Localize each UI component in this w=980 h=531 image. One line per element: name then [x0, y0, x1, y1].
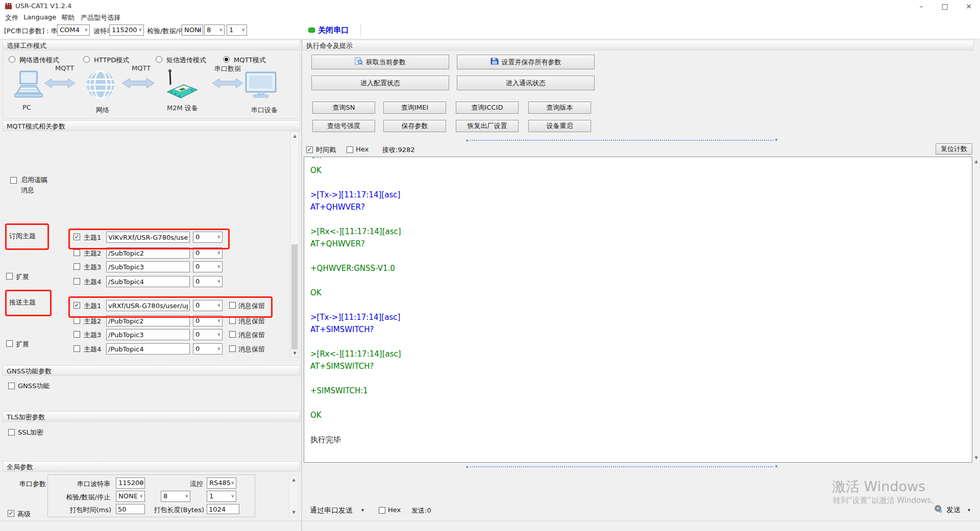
close-icon: × [966, 2, 972, 10]
pub-topic2-retain-checkbox[interactable] [229, 317, 236, 324]
global-databits-select[interactable]: 8 ∨ [161, 491, 190, 502]
pack-time-input[interactable] [116, 504, 145, 514]
sub-topic3-qos-select[interactable]: 0 ∨ [193, 261, 223, 272]
stopbits-select[interactable]: 1 ∨ [227, 24, 247, 36]
pub-topic4-qos-select[interactable]: 0 ∨ [193, 343, 223, 355]
radio-httpd[interactable] [83, 56, 90, 63]
flow-control-select[interactable]: RS485 ∨ [207, 477, 236, 489]
sub-topic3-input[interactable] [106, 261, 190, 272]
query-imei-label: 查询IMEI [401, 103, 428, 112]
scroll-up-icon[interactable]: ▲ [972, 158, 980, 165]
sub-topic1-qos-select[interactable]: 0 ∨ [193, 232, 223, 243]
send-button[interactable]: 发送 ▾ [933, 503, 976, 516]
query-sn-button[interactable]: 查询SN [312, 102, 375, 114]
global-parity-select[interactable]: NONE ∨ [116, 491, 145, 502]
timestamp-checkbox[interactable]: ✓ [306, 146, 313, 153]
sub-topic2-qos-select[interactable]: 0 ∨ [193, 247, 223, 259]
databits-select[interactable]: 8 ∨ [204, 24, 225, 36]
query-imei-button[interactable]: 查询IMEI [383, 102, 446, 114]
global-baud-select[interactable]: 115200 ∨ [116, 477, 145, 489]
radio-net-transparent[interactable] [9, 56, 15, 63]
log-splitter-bottom[interactable]: ▴ ▾ [466, 464, 777, 469]
factory-reset-button[interactable]: 恢复出厂设置 [456, 120, 519, 132]
arrow-left-right-icon [43, 77, 76, 91]
scroll-up-icon[interactable]: ▲ [290, 132, 299, 140]
log-line [310, 397, 401, 409]
close-serial-button[interactable]: 关闭串口 [305, 22, 356, 38]
radio-sms-transparent[interactable] [156, 56, 162, 63]
menu-product-model[interactable]: 产品型号选择 [81, 13, 120, 22]
get-params-button[interactable]: 获取当前参数 [311, 55, 449, 69]
sub-topic2-checkbox[interactable] [74, 249, 80, 256]
save-params-button[interactable]: 保存参数 [383, 120, 446, 132]
log-line [310, 336, 401, 348]
pub-topic4-retain-checkbox[interactable] [229, 345, 236, 352]
menu-help[interactable]: 帮助 [61, 13, 75, 22]
enter-config-button[interactable]: 进入配置状态 [311, 75, 449, 90]
gnss-checkbox[interactable] [8, 383, 15, 389]
query-iccid-button[interactable]: 查询ICCID [456, 102, 519, 114]
sub-topic4-input[interactable] [106, 276, 190, 287]
parity-select[interactable]: NONI ∨ [182, 24, 203, 36]
log-output[interactable]: OK OK >[Tx->][11:17:14][asc]AT+QHWVER? >… [304, 157, 972, 463]
pack-length-input[interactable] [207, 504, 239, 514]
scroll-down-icon[interactable]: ▼ [290, 349, 299, 357]
pub-topic4-checkbox[interactable] [74, 345, 80, 352]
device-restart-button[interactable]: 设备重启 [528, 120, 591, 132]
scroll-down-icon[interactable]: ▼ [972, 454, 980, 462]
sub-topic4-qos-select[interactable]: 0 ∨ [193, 276, 223, 287]
mqtt-panel-scrollbar[interactable]: ▲ ▼ [290, 131, 299, 357]
global-stopbits-select[interactable]: 1 ∨ [207, 491, 236, 502]
global-panel-scrollbar[interactable]: ▲ ▼ [289, 475, 298, 517]
advanced-checkbox[interactable]: ✓ [8, 510, 14, 517]
log-splitter-top[interactable]: ▴ ▾ [466, 137, 777, 143]
sub-topic1-input[interactable] [106, 232, 190, 243]
menu-language[interactable]: Language [23, 13, 56, 21]
app-icon [5, 2, 12, 11]
radio-mqtt[interactable] [223, 56, 230, 63]
reset-count-button[interactable]: 复位计数 [936, 143, 972, 155]
query-signal-button[interactable]: 查信号强度 [312, 120, 375, 132]
subscribe-topics-label: 订阅主题 [9, 232, 36, 241]
baud-select[interactable]: 115200 ∨ [109, 24, 144, 36]
scrollbar-thumb[interactable] [291, 244, 298, 349]
maximize-button[interactable]: □ [934, 0, 955, 13]
recv-hex-checkbox[interactable] [347, 146, 353, 153]
pub-topic2-input[interactable] [106, 315, 190, 326]
pub-topic2-checkbox[interactable] [74, 317, 80, 324]
gnss-checkbox-label: GNSS功能 [18, 382, 50, 391]
pub-topic3-input[interactable] [106, 329, 190, 340]
subscribe-expand-checkbox[interactable] [6, 273, 13, 280]
scroll-down-icon[interactable]: ▼ [289, 509, 298, 516]
sub-topic4-checkbox[interactable] [74, 278, 80, 285]
pub-topic1-input[interactable] [106, 300, 190, 311]
com-port-select[interactable]: COM4 ∨ [57, 24, 90, 36]
will-message-checkbox[interactable] [10, 177, 17, 184]
pub-topic1-retain-checkbox[interactable] [229, 302, 236, 309]
publish-expand-checkbox[interactable] [6, 340, 13, 347]
log-line [310, 372, 401, 385]
scroll-up-icon[interactable]: ▲ [289, 476, 298, 484]
sub-topic2-input[interactable] [106, 247, 190, 259]
pub-topic4-input[interactable] [106, 343, 190, 355]
menu-file[interactable]: 文件 [5, 13, 18, 22]
global-stopbits-value: 1 [209, 492, 213, 500]
ssl-checkbox[interactable] [8, 429, 15, 436]
diagram-serial-device-label: 串口设备 [251, 106, 278, 115]
pub-topic1-checkbox[interactable]: ✓ [74, 302, 80, 309]
sub-topic1-checkbox[interactable]: ✓ [74, 234, 80, 240]
enter-comm-button[interactable]: 进入通讯状态 [457, 75, 595, 90]
log-scrollbar[interactable]: ▲ ▼ [972, 157, 980, 463]
sub-topic3-checkbox[interactable] [74, 263, 80, 270]
send-hex-checkbox[interactable] [379, 507, 385, 514]
baud-value: 115200 [112, 26, 137, 34]
pub-topic1-qos-select[interactable]: 0 ∨ [193, 300, 223, 311]
pub-topic3-qos-select[interactable]: 0 ∨ [193, 329, 223, 340]
set-save-params-button[interactable]: 设置并保存所有参数 [457, 55, 595, 69]
pub-topic3-retain-checkbox[interactable] [229, 331, 236, 338]
query-version-button[interactable]: 查询版本 [528, 102, 591, 114]
minimize-button[interactable]: – [911, 0, 932, 13]
close-button[interactable]: × [958, 0, 979, 13]
pub-topic3-checkbox[interactable] [74, 331, 80, 338]
pub-topic2-qos-select[interactable]: 0 ∨ [193, 315, 223, 326]
